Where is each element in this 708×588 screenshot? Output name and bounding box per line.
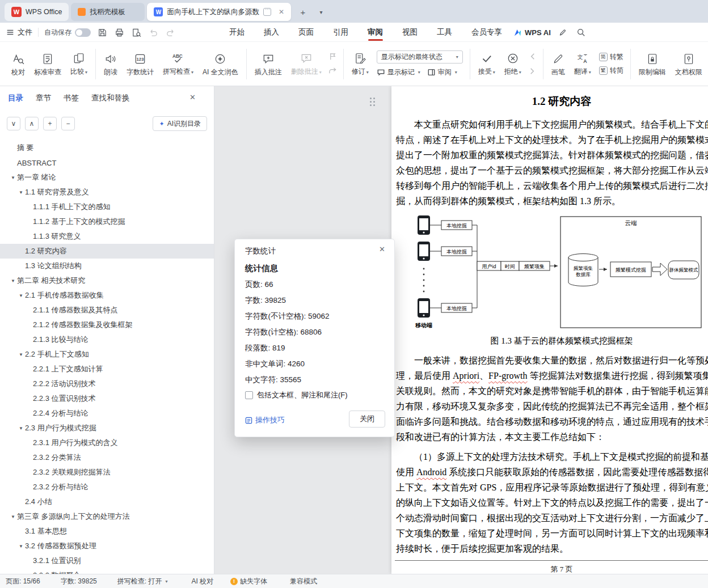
toc-item[interactable]: 2.3.2 分析与结论	[0, 480, 214, 494]
toc-item[interactable]: ▼第三章 多源纵向上下文的处理方法	[0, 509, 214, 524]
ai-polish-button[interactable]: AI 全文润色	[198, 46, 243, 82]
spell-check-button[interactable]: ABC 拼写检查▾	[158, 46, 198, 82]
toc-expand-arrow[interactable]: ▼	[9, 514, 17, 519]
toc-expand-arrow[interactable]: ▼	[17, 293, 25, 298]
previous-revision-button[interactable]	[528, 52, 538, 62]
edit-mode-icon[interactable]	[557, 27, 568, 38]
delete-comment-button[interactable]: 删除批注▾	[286, 46, 326, 82]
ai-recognize-toc-button[interactable]: ✦ AI识别目录	[153, 116, 207, 131]
menu-tab-5[interactable]: 视图	[402, 23, 418, 42]
tips-link[interactable]: 操作技巧	[245, 415, 285, 425]
status-missing-font[interactable]: ! 缺失字体	[230, 577, 267, 586]
toc-item[interactable]: ▼1.1 研究背景及意义	[0, 185, 214, 200]
toc-expand-arrow[interactable]: ▼	[9, 175, 17, 180]
to-simplified-button[interactable]: 繁 转简	[599, 66, 623, 75]
undo-button[interactable]	[148, 27, 159, 38]
toc-item[interactable]: 2.2.3 位置识别技术	[0, 391, 214, 406]
restrict-editing-button[interactable]: 限制编辑	[634, 46, 671, 82]
search-icon[interactable]	[575, 27, 587, 38]
menu-tab-7[interactable]: 会员专享	[471, 23, 502, 42]
document-permission-button[interactable]: 文档权限	[671, 46, 707, 82]
toc-item[interactable]: 2.2.1 上下文感知计算	[0, 362, 214, 377]
toc-item[interactable]: 1.3 论文组织结构	[0, 259, 214, 273]
toc-item[interactable]: ▼第一章 绪论	[0, 170, 214, 185]
toc-item[interactable]: 2.2.4 分析与结论	[0, 406, 214, 421]
checkbox[interactable]	[245, 391, 253, 399]
tab-current-document[interactable]: W 面向手机上下文的纵向多源数 ✕	[147, 3, 291, 21]
print-button[interactable]	[113, 27, 125, 38]
toc-item[interactable]: ▼2.2 手机上下文感知	[0, 347, 214, 362]
reject-revision-button[interactable]: 拒绝▾	[500, 46, 526, 82]
menu-tab-1[interactable]: 插入	[264, 23, 279, 42]
document-page[interactable]: 1.2 研究内容 本文重点研究如何利用手机上下文挖掘用户的频繁模式。结合手机上下…	[391, 86, 708, 574]
print-preview-button[interactable]	[130, 27, 142, 38]
read-aloud-button[interactable]: 朗读	[99, 46, 122, 82]
toc-collapse-button[interactable]: ∨	[7, 117, 20, 130]
include-textbox-option[interactable]: 包括文本框、脚注和尾注(F)	[245, 390, 348, 400]
menu-tab-6[interactable]: 工具	[437, 23, 452, 42]
toc-item[interactable]: 2.4 小结	[0, 494, 214, 509]
status-page-indicator[interactable]: 页面: 15/66	[6, 577, 40, 586]
sidebar-tab-1[interactable]: 章节	[36, 93, 51, 103]
toc-item[interactable]: 2.1.3 比较与结论	[0, 332, 214, 347]
tab-wps-office[interactable]: W WPS Office	[5, 3, 69, 21]
toc-expand-arrow[interactable]: ▼	[17, 544, 25, 549]
menu-tab-0[interactable]: 开始	[229, 23, 245, 42]
menu-tab-4[interactable]: 审阅	[368, 23, 383, 42]
next-comment-button[interactable]	[328, 66, 338, 77]
word-count-button[interactable]: 123 字数统计	[122, 46, 158, 82]
toc-zoom-out-button[interactable]: −	[61, 117, 75, 130]
close-dialog-button[interactable]: 关闭	[349, 411, 385, 428]
toc-item[interactable]: ABSTRACT	[0, 155, 214, 170]
toc-item[interactable]: 2.1.1 传感器数据及其特点	[0, 303, 214, 318]
toc-item[interactable]: 3.1 基本思想	[0, 524, 214, 539]
track-changes-button[interactable]: 修订▾	[347, 46, 373, 82]
markup-state-dropdown[interactable]: 显示标记的最终状态▾	[377, 50, 463, 64]
status-ai-proofread[interactable]: AI 校对	[191, 577, 213, 586]
paragraph-drag-handle[interactable]	[370, 98, 378, 108]
toc-item[interactable]: 3.2.2 数据聚合	[0, 568, 214, 574]
toc-expand-arrow[interactable]: ▼	[17, 426, 25, 431]
compare-button[interactable]: 比较▾	[66, 46, 92, 82]
toc-item[interactable]: 1.1.1 手机上下文的感知	[0, 200, 214, 214]
tab-docer-templates[interactable]: 找稻壳模板	[71, 3, 145, 21]
toc-item[interactable]: 2.2.2 活动识别技术	[0, 377, 214, 391]
review-pane-button[interactable]: 审阅▾	[427, 67, 457, 77]
status-compat-mode[interactable]: 兼容模式	[290, 577, 317, 586]
file-menu-button[interactable]: 文件	[6, 27, 32, 37]
sidebar-tab-0[interactable]: 目录	[8, 93, 23, 103]
accept-revision-button[interactable]: 接受▾	[474, 46, 500, 82]
dialog-close-icon[interactable]: ✕	[379, 245, 385, 253]
wps-ai-button[interactable]: WPS AI	[513, 23, 551, 42]
autosave-toggle[interactable]	[75, 28, 91, 37]
proofread-button[interactable]: 校对	[7, 46, 30, 82]
toc-expand-arrow[interactable]: ▼	[17, 352, 25, 357]
redo-button[interactable]	[165, 27, 176, 38]
menu-tab-2[interactable]: 页面	[298, 23, 314, 42]
insert-comment-button[interactable]: 插入批注	[250, 46, 286, 82]
toc-item[interactable]: 1.1.2 基于上下文的模式挖掘	[0, 214, 214, 229]
toc-item[interactable]: ▼2.1 手机传感器数据收集	[0, 288, 214, 303]
toc-item[interactable]: 1.2 研究内容	[0, 244, 214, 259]
show-markup-button[interactable]: 显示标记▾	[377, 67, 420, 77]
toc-item[interactable]: 3.2.1 位置识别	[0, 553, 214, 568]
new-tab-button[interactable]: +	[297, 6, 309, 18]
toc-item[interactable]: 摘 要	[0, 141, 214, 155]
toc-item[interactable]: ▼2.3 用户行为模式挖掘	[0, 421, 214, 435]
pen-annotate-button[interactable]: 画笔	[547, 46, 570, 82]
sidebar-close-icon[interactable]: ✕	[189, 93, 196, 101]
toc-zoom-in-button[interactable]: +	[43, 117, 57, 130]
tab-list-dropdown-icon[interactable]: ▾	[315, 6, 327, 18]
toc-item[interactable]: 2.3.2 分类算法	[0, 450, 214, 465]
sidebar-tab-3[interactable]: 查找和替换	[91, 93, 130, 103]
sidebar-tab-2[interactable]: 书签	[64, 93, 79, 103]
toc-item[interactable]: 2.1.2 传感器数据集及收集框架	[0, 318, 214, 332]
next-revision-button[interactable]	[528, 66, 538, 77]
to-traditional-button[interactable]: 简 转繁	[599, 52, 623, 62]
status-word-count[interactable]: 字数: 39825	[61, 577, 97, 586]
save-button[interactable]	[96, 27, 108, 38]
toc-expand-arrow[interactable]: ▼	[17, 190, 25, 195]
toc-item[interactable]: 2.3.2 关联规则挖掘算法	[0, 465, 214, 480]
translate-button[interactable]: 文A 翻译▾	[570, 46, 596, 82]
toc-item[interactable]: ▼3.2 传感器数据预处理	[0, 539, 214, 553]
